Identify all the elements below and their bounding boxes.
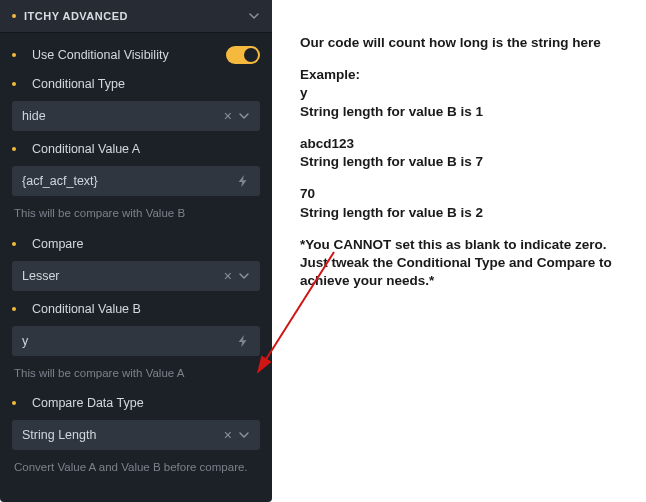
clear-icon[interactable]: ×: [224, 269, 232, 283]
field-compare-label: Compare: [12, 234, 260, 253]
doc-note: *You CANNOT set this as blank to indicat…: [300, 236, 624, 291]
field-hint: Convert Value A and Value B before compa…: [12, 456, 260, 482]
field-hint: This will be compare with Value B: [12, 202, 260, 228]
bullet-icon: [12, 401, 16, 405]
chevron-down-icon[interactable]: [238, 429, 250, 441]
doc-ex3-in: 70: [300, 185, 624, 203]
field-label: Compare Data Type: [32, 396, 144, 410]
doc-ex1-in: y: [300, 84, 624, 102]
doc-intro: Our code will count how long is the stri…: [300, 34, 624, 52]
doc-ex1-out: String length for value B is 1: [300, 103, 624, 121]
field-compare-data-type-label: Compare Data Type: [12, 393, 260, 412]
clear-icon[interactable]: ×: [224, 109, 232, 123]
cond-value-a-input[interactable]: {acf_acf_text}: [12, 166, 260, 196]
input-value: y: [22, 334, 236, 348]
field-label: Conditional Value A: [32, 142, 140, 156]
bolt-icon[interactable]: [236, 334, 250, 348]
chevron-down-icon[interactable]: [238, 270, 250, 282]
bolt-icon[interactable]: [236, 174, 250, 188]
clear-icon[interactable]: ×: [224, 428, 232, 442]
bullet-icon: [12, 307, 16, 311]
bullet-icon: [12, 14, 16, 18]
field-label: Use Conditional Visibility: [32, 48, 169, 62]
bullet-icon: [12, 53, 16, 57]
input-value: {acf_acf_text}: [22, 174, 236, 188]
field-label: Conditional Type: [32, 77, 125, 91]
field-conditional-type-label: Conditional Type: [12, 74, 260, 93]
compare-select[interactable]: Lesser ×: [12, 261, 260, 291]
field-cond-value-b-label: Conditional Value B: [12, 299, 260, 318]
panel-body: Use Conditional Visibility Conditional T…: [0, 33, 272, 496]
panel-title: ITCHY ADVANCED: [24, 10, 248, 22]
field-label: Compare: [32, 237, 83, 251]
explainer-text: Our code will count how long is the stri…: [272, 0, 646, 502]
field-use-conditional: Use Conditional Visibility: [12, 43, 260, 66]
select-value: hide: [22, 109, 224, 123]
field-cond-value-a-label: Conditional Value A: [12, 139, 260, 158]
doc-ex3-out: String length for value B is 2: [300, 204, 624, 222]
bullet-icon: [12, 82, 16, 86]
settings-panel: ITCHY ADVANCED Use Conditional Visibilit…: [0, 0, 272, 502]
field-label: Conditional Value B: [32, 302, 141, 316]
select-value: String Length: [22, 428, 224, 442]
conditional-type-select[interactable]: hide ×: [12, 101, 260, 131]
chevron-down-icon[interactable]: [248, 10, 260, 22]
panel-header[interactable]: ITCHY ADVANCED: [0, 0, 272, 33]
select-value: Lesser: [22, 269, 224, 283]
doc-ex2-out: String length for value B is 7: [300, 153, 624, 171]
bullet-icon: [12, 242, 16, 246]
chevron-down-icon[interactable]: [238, 110, 250, 122]
field-hint: This will be compare with Value A: [12, 362, 260, 388]
compare-data-type-select[interactable]: String Length ×: [12, 420, 260, 450]
cond-value-b-input[interactable]: y: [12, 326, 260, 356]
toggle-switch[interactable]: [226, 46, 260, 64]
doc-ex2-in: abcd123: [300, 135, 624, 153]
bullet-icon: [12, 147, 16, 151]
doc-example-heading: Example:: [300, 66, 624, 84]
